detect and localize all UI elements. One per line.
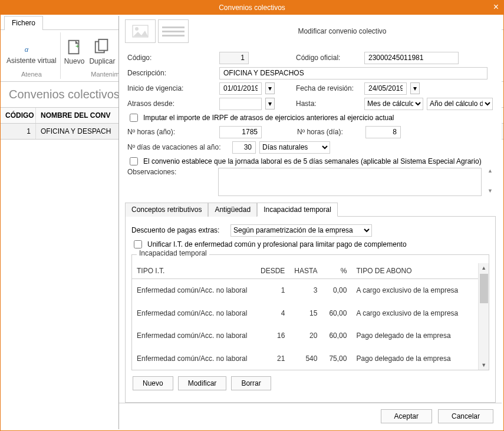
alpha-icon: α <box>22 38 40 56</box>
col-hasta[interactable]: HASTA <box>289 263 322 279</box>
scroll-thumb[interactable] <box>480 274 488 303</box>
text-placeholder-icon[interactable] <box>158 19 189 43</box>
it-delete-button[interactable]: Borrar <box>231 376 271 390</box>
tab-conceptos[interactable]: Conceptos retributivos <box>125 203 208 217</box>
ribbon-group-label: Atenea <box>21 71 42 79</box>
accept-button[interactable]: Aceptar <box>381 409 432 423</box>
col-pct[interactable]: % <box>322 263 351 279</box>
it-modify-button[interactable]: Modificar <box>178 376 227 390</box>
jornada-label: El convenio establece que la jornada lab… <box>143 157 482 165</box>
hasta-label: Hasta: <box>296 100 361 108</box>
tab-incapacidad[interactable]: Incapacidad temporal <box>257 203 338 217</box>
codigo-label: Código: <box>127 54 216 62</box>
iniciovig-field[interactable] <box>219 82 262 95</box>
svg-rect-4 <box>99 39 108 50</box>
nvac-tipo-select[interactable]: Días naturales <box>259 141 330 154</box>
tab-panel-incapacidad: Descuento de pagas extras: Según paramet… <box>125 217 496 403</box>
atrasos-field[interactable] <box>219 98 262 110</box>
atrasos-dropdown[interactable]: ▾ <box>265 98 275 110</box>
dpe-label: Descuento de pagas extras: <box>131 226 226 234</box>
image-placeholder-icon[interactable] <box>125 19 156 43</box>
new-doc-icon: + <box>65 38 83 56</box>
nvac-label: Nº días de vacaciones al año: <box>127 143 229 151</box>
table-row[interactable]: Enfermedad común/Acc. no laboral130,00A … <box>132 279 478 302</box>
desc-label: Descripción: <box>127 69 216 77</box>
chevron-down-icon[interactable]: ▼ <box>487 188 493 194</box>
tab-fichero[interactable]: Fichero <box>4 16 43 30</box>
table-row[interactable]: Enfermedad común/Acc. no laboral41560,00… <box>132 302 478 324</box>
duplicate-icon <box>93 38 111 56</box>
col-desde[interactable]: DESDE <box>256 263 289 279</box>
new-button[interactable]: + Nuevo <box>64 38 85 65</box>
codof-field[interactable] <box>364 52 459 64</box>
titlebar: Convenios colectivos × <box>1 1 503 15</box>
irpf-label: Imputar el importe de IRPF de atrasos de… <box>143 114 394 122</box>
table-row[interactable]: Enfermedad común/Acc. no laboral162060,0… <box>132 324 478 347</box>
iniciovig-label: Inicio de vigencia: <box>127 84 216 92</box>
close-icon[interactable]: × <box>493 2 499 12</box>
duplicate-button[interactable]: Duplicar <box>89 38 115 65</box>
col-codigo[interactable]: CÓDIGO <box>1 108 36 123</box>
iniciovig-dropdown[interactable]: ▾ <box>265 82 275 94</box>
dpe-select[interactable]: Según parametrización de la empresa <box>230 224 372 237</box>
atrasos-label: Atrasos desde: <box>127 100 216 108</box>
nhdia-field[interactable] <box>365 126 401 138</box>
scroll-up-icon[interactable]: ▲ <box>479 263 489 273</box>
it-table: TIPO I.T. DESDE HASTA % TIPO DE ABONO En… <box>132 263 478 370</box>
window-title: Convenios colectivos <box>219 4 285 12</box>
it-scrollbar[interactable]: ▲ ▼ <box>478 263 489 370</box>
svg-text:α: α <box>25 45 29 52</box>
chevron-up-icon[interactable]: ▲ <box>487 168 493 174</box>
svg-text:+: + <box>75 42 80 49</box>
codof-label: Código oficial: <box>296 54 361 62</box>
codigo-field[interactable] <box>219 52 249 64</box>
ribbon-group-label: Mantenim <box>91 71 119 79</box>
nvac-field[interactable] <box>232 141 256 154</box>
hasta-ano-select[interactable]: Año del cálculo d <box>427 98 493 110</box>
obs-textarea[interactable] <box>218 168 482 196</box>
scroll-down-icon[interactable]: ▼ <box>479 360 489 370</box>
nhano-label: Nº horas (año): <box>127 128 216 136</box>
tab-antiguedad[interactable]: Antigüedad <box>208 203 257 217</box>
nhano-field[interactable] <box>219 126 262 138</box>
unificar-checkbox[interactable] <box>134 240 142 248</box>
fecharev-field[interactable] <box>364 82 407 95</box>
cancel-button[interactable]: Cancelar <box>438 409 493 423</box>
jornada-checkbox[interactable] <box>130 157 138 165</box>
fecharev-dropdown[interactable]: ▾ <box>410 82 420 94</box>
hasta-mes-select[interactable]: Mes de cálculo <box>364 98 423 110</box>
modify-dialog: Modificar convenio colectivo Código: Cód… <box>118 16 502 429</box>
it-new-button[interactable]: Nuevo <box>133 376 173 390</box>
dialog-title: Modificar convenio colectivo <box>189 27 496 35</box>
unificar-label: Unificar I.T. de enfermedad común y prof… <box>147 240 407 248</box>
col-tipo[interactable]: TIPO I.T. <box>132 263 256 279</box>
table-row[interactable]: Enfermedad común/Acc. no laboral2154075,… <box>132 347 478 370</box>
fecharev-label: Fecha de revisión: <box>296 84 361 92</box>
col-abono[interactable]: TIPO DE ABONO <box>351 263 478 279</box>
obs-label: Observaciones: <box>127 168 215 176</box>
it-groupbox-title: Incapacidad temporal <box>137 249 209 257</box>
irpf-checkbox[interactable] <box>130 114 138 122</box>
svg-point-7 <box>135 27 139 31</box>
nhdia-label: Nº horas (día): <box>297 128 362 136</box>
desc-field[interactable] <box>219 67 487 79</box>
assistant-button[interactable]: α Asistente virtual <box>6 38 57 65</box>
